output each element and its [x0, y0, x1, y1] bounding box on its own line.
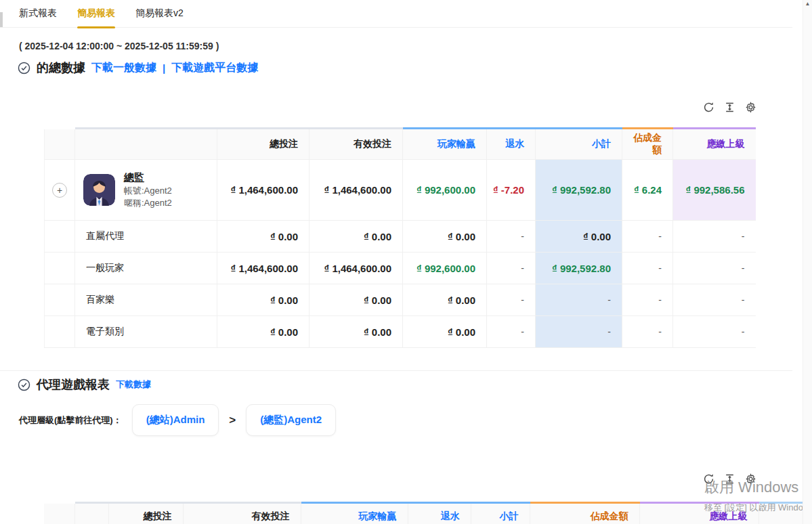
check-circle-icon [18, 62, 30, 74]
agent-payable-upline: ₫ 992,586.56 [673, 160, 756, 221]
agent-total-bet: ₫ 1,464,600.00 [217, 160, 309, 221]
col-rebate: 退水 [408, 503, 471, 524]
tab-simple-report[interactable]: 簡易報表 [77, 0, 115, 28]
col-rebate: 退水 [487, 129, 536, 160]
agent-account: 帳號:Agent2 [124, 185, 172, 198]
total-data-table: 總投注 有效投注 玩家輸贏 退水 小計 佔成金額 應繳上級 + [44, 127, 756, 348]
section-divider [0, 370, 792, 371]
agent-share-amount: ₫ 6.24 [622, 160, 673, 221]
column-height-icon[interactable] [724, 473, 735, 485]
agent-valid-bet: ₫ 1,464,600.00 [309, 160, 403, 221]
col-expand [45, 129, 75, 160]
date-range: ( 2025-12-04 12:00:00 ~ 2025-12-05 11:59… [19, 41, 219, 51]
table2-header-row: 總投注 有效投注 玩家輸贏 退水 小計 佔成金額 應繳上級 [44, 503, 803, 524]
col-player-winloss: 玩家輸贏 [301, 503, 408, 524]
cell-value: ₫ 992,592.80 [536, 253, 622, 284]
col-filler [758, 503, 803, 524]
report-page: 新式報表 簡易報表 簡易報表v2 ( 2025-12-04 12:00:00 ~… [0, 0, 812, 524]
table-row-electronic-category: 電子類別 ₫ 0.00 ₫ 0.00 ₫ 0.00 - - - - [45, 316, 756, 348]
table-row-general-players: 一般玩家 ₫ 1,464,600.00 ₫ 1,464,600.00 ₫ 992… [45, 253, 756, 284]
agent-player-winloss: ₫ 992,600.00 [403, 160, 487, 221]
cell-value: ₫ 0.00 [309, 221, 403, 253]
section-agent-game-report-header: 代理遊戲報表 下載數據 [18, 376, 151, 393]
download-game-platform-data-link[interactable]: 下載遊戲平台數據 [171, 61, 258, 75]
breadcrumb-admin-button[interactable]: (總站)Admin [132, 404, 219, 436]
col-player-winloss: 玩家輸贏 [403, 129, 487, 160]
row-label: 百家樂 [75, 284, 217, 316]
cell-value: - [536, 316, 622, 348]
cell-value: ₫ 0.00 [309, 284, 403, 316]
download-data-link[interactable]: 下載數據 [116, 378, 151, 391]
table2-toolbar [703, 473, 756, 485]
cell-value: ₫ 0.00 [403, 221, 487, 253]
tab-new-report[interactable]: 新式報表 [19, 0, 57, 28]
tab-simple-report-v2[interactable]: 簡易報表v2 [135, 0, 184, 28]
cell-value: - [487, 253, 536, 284]
cell-value: - [487, 284, 536, 316]
agent-role-link[interactable]: 總監 [124, 170, 172, 185]
col-subtotal: 小計 [536, 129, 622, 160]
cell-value: - [622, 221, 673, 253]
col-total-bet: 總投注 [217, 129, 309, 160]
col-payable-upline: 應繳上級 [673, 129, 756, 160]
download-general-data-link[interactable]: 下載一般數據 [91, 61, 156, 75]
cell-value: - [622, 284, 673, 316]
expand-row-button[interactable]: + [52, 183, 67, 198]
col-total-bet: 總投注 [108, 503, 183, 524]
breadcrumb-agent2-button[interactable]: (總監)Agent2 [246, 404, 336, 436]
reload-icon[interactable] [703, 102, 714, 113]
cell-value: - [622, 316, 673, 348]
column-height-icon[interactable] [724, 102, 735, 113]
link-separator: | [163, 62, 165, 74]
scrollbar-up-arrow[interactable]: ▲ [803, 1, 812, 7]
settings-gear-icon[interactable] [745, 102, 756, 113]
row-label: 電子類別 [75, 316, 217, 348]
cell-value: - [536, 284, 622, 316]
col-payable-upline: 應繳上級 [639, 503, 758, 524]
cell-value: - [673, 253, 756, 284]
row-label: 直屬代理 [75, 221, 217, 253]
cell-value: ₫ 0.00 [217, 316, 309, 348]
cell-value: - [622, 253, 673, 284]
reload-icon[interactable] [703, 473, 714, 485]
report-tabbar: 新式報表 簡易報表 簡易報表v2 [0, 0, 792, 28]
check-circle-icon [18, 378, 30, 391]
agent-rebate: ₫ -7.20 [487, 160, 536, 221]
agent-summary-row: + [45, 160, 756, 221]
table-row-direct-agents: 直屬代理 ₫ 0.00 ₫ 0.00 ₫ 0.00 - ₫ 0.00 - - [45, 221, 756, 253]
agent-hierarchy-label: 代理層級(點擊前往代理)： [19, 414, 122, 427]
cell-value: - [487, 221, 536, 253]
cell-value: - [673, 316, 756, 348]
cell-value: ₫ 0.00 [309, 316, 403, 348]
table1-header-row: 總投注 有效投注 玩家輸贏 退水 小計 佔成金額 應繳上級 [45, 129, 756, 160]
cell-value: ₫ 992,600.00 [403, 253, 487, 284]
table1-toolbar [703, 102, 756, 113]
settings-gear-icon[interactable] [745, 473, 756, 485]
cell-value: ₫ 0.00 [217, 284, 309, 316]
cell-value: ₫ 1,464,600.00 [217, 253, 309, 284]
cell-value: ₫ 0.00 [536, 221, 622, 253]
section-title-agent-game-report: 代理遊戲報表 [37, 376, 110, 393]
agent-avatar [83, 174, 115, 206]
agent-game-report-table: 總投注 有效投注 玩家輸贏 退水 小計 佔成金額 應繳上級 [44, 502, 803, 524]
section-title-total-data: 的總數據 [37, 60, 85, 76]
agent-nickname: 暱稱:Agent2 [124, 197, 172, 210]
table-row-baccarat: 百家樂 ₫ 0.00 ₫ 0.00 ₫ 0.00 - - - - [45, 284, 756, 316]
cell-value: ₫ 0.00 [217, 221, 309, 253]
agent-subtotal: ₫ 992,592.80 [536, 160, 622, 221]
row-label: 一般玩家 [75, 253, 217, 284]
vertical-scrollbar[interactable]: ▲ [803, 0, 812, 524]
cell-value: - [673, 284, 756, 316]
col-valid-bet: 有效投注 [183, 503, 301, 524]
chevron-right-icon: > [229, 414, 236, 427]
col-valid-bet: 有效投注 [309, 129, 403, 160]
cell-value: - [487, 316, 536, 348]
col-subtotal: 小計 [471, 503, 530, 524]
col-expand [44, 503, 74, 524]
col-name [74, 503, 108, 524]
cell-value: - [673, 221, 756, 253]
section-total-data-header: 的總數據 下載一般數據 | 下載遊戲平台數據 [18, 60, 258, 76]
col-share-amount: 佔成金額 [530, 503, 639, 524]
col-name [75, 129, 217, 160]
col-share-amount: 佔成金額 [622, 129, 673, 160]
